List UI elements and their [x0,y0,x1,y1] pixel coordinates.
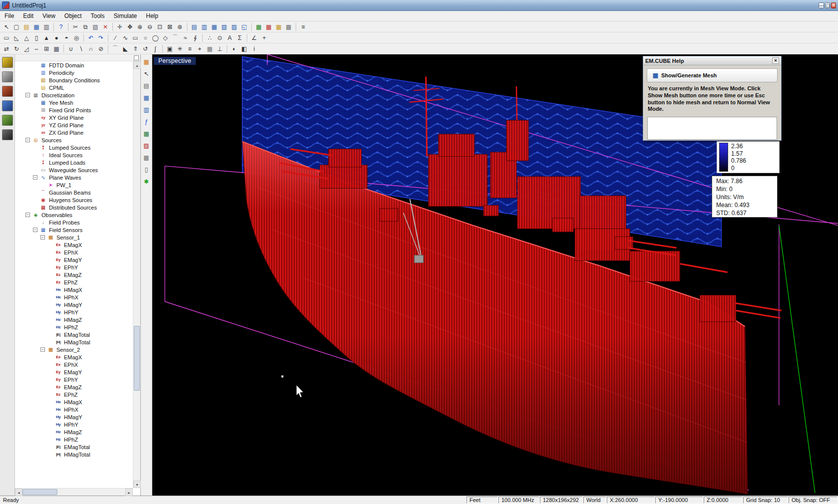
generate-mesh-icon[interactable]: ▦ [141,57,151,66]
tree-item-yee-mesh[interactable]: ▦Yee Mesh [15,99,133,106]
matrix-icon[interactable]: ▦ [51,44,61,53]
tree-item-ideal-sources[interactable]: ↑Ideal Sources [15,151,133,159]
tree-item-ephy[interactable]: EyEPhY [15,263,133,271]
menu-item-simulate[interactable]: Simulate [109,11,142,20]
tree-item-hmagy[interactable]: HyHMagY [15,413,133,421]
tree-item-fdtd-domain[interactable]: ▦FDTD Domain [15,61,133,69]
rect-icon[interactable]: ▭ [130,33,140,42]
tree-item-boundary-conditions[interactable]: ▧Boundary Conditions [15,76,133,84]
tree-item-periodicity[interactable]: ▥Periodicity [15,69,133,76]
explode-icon[interactable]: ✳ [175,44,185,53]
move-icon[interactable]: ⇄ [1,44,11,53]
dome-icon[interactable]: ◓ [61,33,71,42]
view-label[interactable]: Perspective [154,57,196,65]
sweep-icon[interactable]: ∫ [150,44,160,53]
mesh-settings-icon[interactable]: ▦ [274,22,284,31]
text-icon[interactable]: A [225,33,235,42]
module-emillumina-icon[interactable] [2,129,13,140]
data-table-icon[interactable]: ▥ [141,105,151,114]
report-icon[interactable]: ▯ [141,165,151,174]
show-mesh-icon[interactable]: ▦ [254,22,264,31]
tree-expander[interactable]: − [40,347,45,352]
wedge-icon[interactable]: ◺ [11,33,21,42]
profile-edit-icon[interactable]: ▤ [141,81,151,90]
polyline-icon[interactable]: ∿ [120,33,130,42]
tree-item-discretization[interactable]: −▦Discretization [15,91,133,99]
tree-item-hmagx[interactable]: HxHMagX [15,398,133,406]
tree-item-observables[interactable]: −◈Observables [15,211,133,219]
tree-item-ephz[interactable]: EzEPhZ [15,278,133,286]
view-front-icon[interactable]: ▤ [189,22,199,31]
tree-item-ephx[interactable]: ExEPhX [15,361,133,368]
tree-item-hphy[interactable]: HyHPhY [15,308,133,316]
menu-item-edit[interactable]: Edit [18,11,38,20]
tree-item-plane-waves[interactable]: −∿Plane Waves [15,174,133,181]
tree-item-distributed-sources[interactable]: ▦Distributed Sources [15,204,133,211]
curve-icon[interactable]: ≈ [180,33,190,42]
tree-item-sensor-1[interactable]: −▩Sensor_1 [15,234,133,241]
undo-icon[interactable]: ↶ [86,33,96,42]
tree-item-hmagz[interactable]: HzHMagZ [15,316,133,323]
tree-item-xy-grid-plane[interactable]: xyXY Grid Plane [15,114,133,121]
tree-item-hmagy[interactable]: HyHMagY [15,301,133,308]
tree-item-fixed-grid-points[interactable]: ⊞Fixed Grid Points [15,106,133,114]
select-arrow-icon[interactable]: ↖ [1,22,11,31]
tree-expander[interactable]: − [25,213,30,217]
tree-item-hphz[interactable]: HzHPhZ [15,323,133,331]
fillet-icon[interactable]: ⌒ [110,44,120,53]
tree-item-emagz[interactable]: EzEMagZ [15,383,133,391]
close-button[interactable]: ✕ [831,2,836,8]
hide-mesh-icon[interactable]: ▦ [264,22,274,31]
open-project-icon[interactable]: ▤ [21,22,31,31]
intersect-icon[interactable]: ∩ [86,44,96,53]
tree-vertical-scrollbar[interactable]: ▲ ▼ [133,61,140,488]
points-icon[interactable]: ∴ [205,33,215,42]
tree-item-yz-grid-plane[interactable]: yzYZ Grid Plane [15,121,133,129]
scroll-up-arrow[interactable]: ▲ [133,61,141,69]
torus-icon[interactable]: ◎ [71,33,81,42]
sensor-grid-icon[interactable]: ▩ [141,153,151,162]
polygon-icon[interactable]: ◇ [160,33,170,42]
tree-item-lumped-loads[interactable]: ↧Lumped Loads [15,159,133,166]
status-obj-snap[interactable]: Obj. Snap: OFF [789,497,838,504]
tree-expander[interactable]: − [33,175,37,180]
sphere-icon[interactable]: ● [51,33,61,42]
tree-item-gaussian-beams[interactable]: ⌒Gaussian Beams [15,189,133,196]
pan-hand-icon[interactable]: ✥ [125,22,135,31]
array-icon[interactable]: ⊞ [41,44,51,53]
tree-item-hphx[interactable]: HxHPhX [15,406,133,413]
info-icon[interactable]: i [249,44,259,53]
minimize-button[interactable]: — [819,2,824,8]
menu-item-tools[interactable]: Tools [86,11,109,20]
scroll-down-arrow[interactable]: ▼ [133,481,141,488]
plot-icon[interactable]: ▨ [141,141,151,150]
slice-icon[interactable]: ⊘ [96,44,106,53]
show-generate-mesh-button[interactable]: ▦ Show/Generate Mesh [647,68,778,82]
arc-icon[interactable]: ⌒ [170,33,180,42]
cone-icon[interactable]: ▲ [41,33,51,42]
select-plus-icon[interactable]: ✛ [115,22,125,31]
tree-item-emagx[interactable]: ExEMagX [15,241,133,249]
material-icon[interactable]: ◐ [229,44,239,53]
project-tree-icon[interactable]: ≡ [298,22,308,31]
tree-item-emagy[interactable]: EyEMagY [15,256,133,263]
scroll-thumb[interactable] [134,326,140,391]
node-icon[interactable]: ⊙ [215,33,225,42]
rotate-icon[interactable]: ↻ [11,44,21,53]
zoom-out-icon[interactable]: ⊖ [145,22,155,31]
ellipse-icon[interactable]: ◯ [150,33,160,42]
tree-expander[interactable]: − [25,93,30,97]
title-bar[interactable]: UntitledProj1 —▢✕ [0,0,838,11]
tree-item-emagy[interactable]: EyEMagY [15,368,133,376]
delete-icon[interactable]: ✕ [100,22,110,31]
status-grid-snap[interactable]: Grid Snap: 10 [743,497,788,504]
module-emtempo-icon[interactable] [2,57,13,68]
tree-item-lumped-sources[interactable]: ↥Lumped Sources [15,144,133,151]
snap-icon[interactable]: ⌖ [195,44,205,53]
redo-icon[interactable]: ↷ [96,33,106,42]
tree-item-emagtotal[interactable]: |E|EMagTotal [15,443,133,451]
tree-item-hphx[interactable]: HxHPhX [15,293,133,301]
extrude-icon[interactable]: ⇑ [130,44,140,53]
tree-item-field-sensors[interactable]: −▦Field Sensors [15,226,133,234]
view-perspective-icon[interactable]: ◱ [239,22,249,31]
